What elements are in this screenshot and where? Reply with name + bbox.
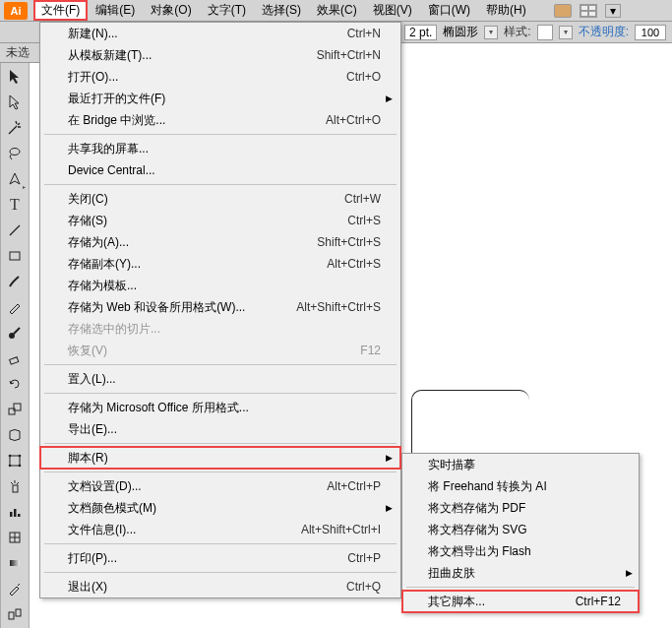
script-menu-item[interactable]: 其它脚本...Ctrl+F12 (402, 591, 639, 612)
file-menu-item[interactable]: 存储副本(Y)...Alt+Ctrl+S (40, 253, 400, 275)
menu-6[interactable]: 视图(V) (365, 0, 420, 21)
tab-label[interactable]: 未选 (6, 44, 30, 61)
lasso-tool[interactable] (3, 142, 27, 165)
svg-point-8 (9, 455, 12, 458)
file-menu-item[interactable]: 文档设置(D)...Alt+Ctrl+P (40, 475, 400, 497)
pen-tool[interactable]: ▸ (3, 167, 27, 191)
svg-rect-13 (10, 512, 13, 517)
svg-point-10 (9, 465, 12, 468)
eyedropper-tool[interactable] (3, 577, 27, 600)
file-menu-item: 存储选中的切片... (40, 318, 400, 340)
svg-rect-20 (9, 612, 14, 619)
blob-tool[interactable] (3, 321, 27, 345)
eraser-tool[interactable] (3, 346, 27, 370)
file-menu-item: 恢复(V)F12 (40, 340, 400, 361)
type-tool[interactable]: T (3, 193, 27, 217)
file-menu-item[interactable]: 文档颜色模式(M)▶ (40, 497, 400, 519)
file-menu-item[interactable]: 新建(N)...Ctrl+N (40, 23, 400, 44)
arrange-docs-icon[interactable] (580, 4, 597, 18)
opacity-label: 不透明度: (579, 24, 629, 40)
svg-rect-4 (10, 357, 19, 364)
file-menu-item[interactable]: 关闭(C)Ctrl+W (40, 188, 400, 210)
file-menu-item[interactable]: 脚本(R)▶ (40, 447, 400, 469)
file-menu-item[interactable]: 在 Bridge 中浏览...Alt+Ctrl+O (40, 109, 400, 131)
file-menu-item[interactable]: 最近打开的文件(F)▶ (40, 88, 400, 109)
svg-line-1 (10, 225, 20, 235)
pencil-tool[interactable] (3, 295, 27, 319)
magic-wand-tool[interactable] (3, 116, 27, 140)
file-menu-item[interactable]: 存储为模板... (40, 275, 400, 296)
svg-rect-21 (16, 609, 21, 616)
menu-0[interactable]: 文件(F) (33, 0, 88, 21)
style-dd[interactable] (559, 26, 573, 39)
free-transform-tool[interactable] (3, 449, 27, 472)
svg-point-0 (10, 149, 20, 156)
rectangle-tool[interactable] (3, 244, 27, 268)
selection-tool[interactable] (3, 65, 27, 89)
file-menu-item[interactable]: 打印(P)...Ctrl+P (40, 547, 400, 569)
file-menu-dropdown: 新建(N)...Ctrl+N从模板新建(T)...Shift+Ctrl+N打开(… (39, 22, 401, 598)
menubar: Ai 文件(F)编辑(E)对象(O)文字(T)选择(S)效果(C)视图(V)窗口… (0, 0, 672, 22)
script-menu-item[interactable]: 将 Freehand 转换为 AI (402, 475, 639, 497)
scripts-submenu: 实时描摹将 Freehand 转换为 AI将文档存储为 PDF将文档存储为 SV… (401, 453, 640, 613)
opacity-input[interactable] (635, 25, 666, 40)
scale-tool[interactable] (3, 398, 27, 421)
rotate-tool[interactable] (3, 372, 27, 396)
style-label: 样式: (504, 24, 530, 40)
svg-rect-15 (18, 514, 21, 517)
svg-rect-2 (10, 252, 20, 260)
file-menu-item[interactable]: 退出(X)Ctrl+Q (40, 576, 400, 597)
svg-rect-12 (13, 485, 18, 492)
script-menu-item[interactable]: 扭曲皮肤▶ (402, 562, 639, 584)
file-menu-item[interactable]: 文件信息(I)...Alt+Shift+Ctrl+I (40, 519, 400, 540)
script-menu-item[interactable]: 将文档导出为 Flash (402, 540, 639, 562)
stroke-weight[interactable]: 2 pt. (404, 25, 437, 40)
svg-point-11 (19, 465, 22, 468)
brush-name[interactable]: 椭圆形 (443, 24, 478, 40)
mesh-tool[interactable] (3, 526, 27, 549)
file-menu-item[interactable]: 存储(S)Ctrl+S (40, 210, 400, 231)
svg-point-9 (19, 455, 22, 458)
svg-rect-19 (10, 560, 20, 566)
menu-3[interactable]: 文字(T) (200, 0, 254, 21)
direct-select-tool[interactable] (3, 91, 27, 114)
script-menu-item[interactable]: 实时描摹 (402, 454, 639, 475)
line-tool[interactable] (3, 219, 27, 242)
bridge-icon[interactable] (554, 4, 572, 18)
menu-5[interactable]: 效果(C) (309, 0, 365, 21)
brush-dd[interactable] (484, 26, 498, 39)
paintbrush-tool[interactable] (3, 270, 27, 293)
workspace-dropdown[interactable]: ▾ (605, 4, 621, 18)
file-menu-item[interactable]: Device Central... (40, 159, 400, 181)
menu-2[interactable]: 对象(O) (143, 0, 199, 21)
file-menu-item[interactable]: 从模板新建(T)...Shift+Ctrl+N (40, 44, 400, 66)
blend-tool[interactable] (3, 602, 27, 626)
style-swatch[interactable] (537, 25, 553, 40)
warp-tool[interactable] (3, 423, 27, 447)
file-menu-item[interactable]: 导出(E)... (40, 418, 400, 440)
file-menu-item[interactable]: 存储为(A)...Shift+Ctrl+S (40, 231, 400, 253)
symbol-sprayer-tool[interactable] (3, 474, 27, 498)
file-menu-item[interactable]: 置入(L)... (40, 368, 400, 390)
script-menu-item[interactable]: 将文档存储为 PDF (402, 497, 639, 519)
menu-4[interactable]: 选择(S) (254, 0, 309, 21)
menubar-extras: ▾ (554, 4, 621, 18)
gradient-tool[interactable] (3, 551, 27, 575)
menu-8[interactable]: 帮助(H) (478, 0, 534, 21)
file-menu-item[interactable]: 存储为 Microsoft Office 所用格式... (40, 397, 400, 418)
toolbox: ▸ T (0, 63, 30, 628)
art-path (411, 390, 529, 459)
app-logo: Ai (4, 2, 28, 20)
file-menu-item[interactable]: 共享我的屏幕... (40, 138, 400, 159)
menu-1[interactable]: 编辑(E) (88, 0, 143, 21)
script-menu-item[interactable]: 将文档存储为 SVG (402, 519, 639, 540)
graph-tool[interactable] (3, 500, 27, 524)
menu-7[interactable]: 窗口(W) (420, 0, 478, 21)
file-menu-item[interactable]: 存储为 Web 和设备所用格式(W)...Alt+Shift+Ctrl+S (40, 296, 400, 318)
file-menu-item[interactable]: 打开(O)...Ctrl+O (40, 66, 400, 88)
svg-rect-14 (14, 509, 17, 517)
svg-rect-7 (10, 456, 20, 466)
